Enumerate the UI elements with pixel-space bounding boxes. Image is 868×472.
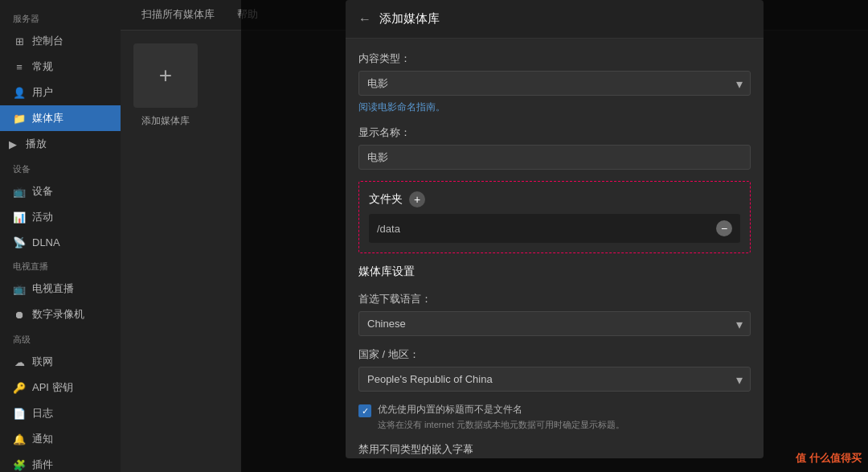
- sidebar-advanced-section: 高级: [0, 327, 121, 349]
- subtitle-group: 禁用不同类型的嵌入字幕 允许全部 禁止全部 仅强制 禁用媒体容器中封装的字幕。需…: [358, 442, 751, 458]
- folder-row: /data −: [369, 214, 740, 243]
- livetv-icon: 📺: [13, 282, 26, 295]
- country-group: 国家 / 地区： People's Republic of China Unit…: [358, 347, 751, 392]
- sidebar-item-users[interactable]: 👤 用户: [0, 80, 121, 105]
- notify-icon: 🔔: [13, 433, 26, 445]
- checkbox1-label: 优先使用内置的标题而不是文件名: [378, 403, 624, 417]
- movie-naming-link[interactable]: 阅读电影命名指南。: [358, 101, 751, 114]
- language-group: 首选下载语言： Chinese English Japanese: [358, 292, 751, 336]
- sidebar-label-livetv: 电视直播: [32, 281, 74, 296]
- sidebar-label-dlna: DLNA: [32, 236, 60, 248]
- settings-title: 媒体库设置: [358, 265, 751, 279]
- sidebar-label-play: 播放: [26, 137, 47, 151]
- folder-path: /data: [377, 223, 710, 235]
- watermark-text: 值 什么值得买: [796, 452, 862, 464]
- sidebar-label-plugin: 插件: [32, 458, 53, 472]
- network-icon: ≡: [13, 60, 26, 73]
- sidebar-label-device: 设备: [32, 184, 53, 199]
- sidebar: 服务器 ⊞ 控制台 ≡ 常规 👤 用户 📁 媒体库 ▶ 播放 设备 📺 设备 📊…: [0, 0, 121, 472]
- cloud-icon: ☁: [13, 355, 26, 368]
- subtitle-label: 禁用不同类型的嵌入字幕: [358, 442, 751, 457]
- display-name-input[interactable]: [358, 145, 751, 170]
- add-library-dialog: ← 添加媒体库 内容类型： 电影 音乐 照片 节目 阅: [346, 0, 764, 458]
- display-name-label: 显示名称：: [358, 125, 751, 140]
- sidebar-item-activity[interactable]: 📊 活动: [0, 204, 121, 230]
- folder-remove-button[interactable]: −: [716, 220, 732, 236]
- checkbox1-row: 优先使用内置的标题而不是文件名 这将在没有 internet 元数据或本地元数据…: [358, 403, 751, 431]
- sidebar-label-cloud: 联网: [32, 355, 53, 369]
- content-type-label: 内容类型：: [358, 51, 751, 66]
- sidebar-label-notify: 通知: [32, 432, 53, 446]
- sidebar-label-users: 用户: [32, 85, 53, 100]
- checkbox1-text: 优先使用内置的标题而不是文件名 这将在没有 internet 元数据或本地元数据…: [378, 403, 624, 431]
- settings-section: 媒体库设置: [358, 265, 751, 281]
- sidebar-item-notify[interactable]: 🔔 通知: [0, 426, 121, 452]
- dialog-overlay: ← 添加媒体库 内容类型： 电影 音乐 照片 节目 阅: [241, 0, 868, 472]
- folders-section: 文件夹 + /data −: [358, 181, 751, 253]
- sidebar-item-play[interactable]: ▶ 播放: [0, 131, 121, 157]
- folders-header: 文件夹 +: [369, 191, 740, 207]
- users-icon: 👤: [13, 86, 26, 99]
- sidebar-item-log[interactable]: 📄 日志: [0, 400, 121, 426]
- sidebar-label-network: 常规: [32, 60, 53, 74]
- folders-title: 文件夹: [369, 192, 403, 207]
- checkbox1-subtext: 这将在没有 internet 元数据或本地元数据可用时确定显示标题。: [378, 419, 624, 431]
- language-select-wrapper: Chinese English Japanese: [358, 311, 751, 336]
- sidebar-label-log: 日志: [32, 406, 53, 421]
- add-folder-button[interactable]: +: [409, 191, 425, 207]
- language-select[interactable]: Chinese English Japanese: [358, 311, 751, 336]
- display-name-group: 显示名称：: [358, 125, 751, 170]
- content-type-select-wrapper: 电影 音乐 照片 节目: [358, 71, 751, 96]
- dlna-icon: 📡: [13, 236, 26, 248]
- back-button[interactable]: ←: [358, 12, 371, 27]
- tab-scan-all[interactable]: 扫描所有媒体库: [130, 0, 226, 31]
- checkbox1[interactable]: [358, 404, 371, 417]
- content-type-select[interactable]: 电影 音乐 照片 节目: [358, 71, 751, 96]
- sidebar-item-livetv[interactable]: 📺 电视直播: [0, 276, 121, 302]
- sidebar-label-media: 媒体库: [32, 111, 63, 125]
- library-add-card[interactable]: + 添加媒体库: [133, 43, 198, 128]
- sidebar-device-section: 设备: [0, 157, 121, 179]
- device-icon: 📺: [13, 185, 26, 198]
- country-select-wrapper: People's Republic of China United States…: [358, 367, 751, 392]
- sidebar-label-dashboard: 控制台: [32, 34, 63, 48]
- add-icon: +: [159, 63, 172, 88]
- content-type-group: 内容类型： 电影 音乐 照片 节目 阅读电影命名指南。: [358, 51, 751, 114]
- country-select[interactable]: People's Republic of China United States…: [358, 367, 751, 392]
- sidebar-item-dashboard[interactable]: ⊞ 控制台: [0, 28, 121, 54]
- library-add-box: +: [133, 43, 198, 108]
- sidebar-item-media[interactable]: 📁 媒体库: [0, 105, 121, 131]
- watermark: 值 什么值得买: [796, 451, 862, 466]
- library-add-label: 添加媒体库: [141, 114, 190, 128]
- language-label: 首选下载语言：: [358, 292, 751, 306]
- log-icon: 📄: [13, 407, 26, 420]
- country-label: 国家 / 地区：: [358, 347, 751, 362]
- checkbox1-group: 优先使用内置的标题而不是文件名 这将在没有 internet 元数据或本地元数据…: [358, 403, 751, 431]
- activity-icon: 📊: [13, 211, 26, 224]
- sidebar-item-device[interactable]: 📺 设备: [0, 179, 121, 204]
- api-icon: 🔑: [13, 381, 26, 394]
- sidebar-label-api: API 密钥: [32, 380, 73, 395]
- dashboard-icon: ⊞: [13, 35, 26, 47]
- sidebar-item-dlna[interactable]: 📡 DLNA: [0, 230, 121, 254]
- media-icon: 📁: [13, 112, 26, 125]
- plugin-icon: 🧩: [13, 458, 26, 471]
- sidebar-tv-section: 电视直播: [0, 254, 121, 276]
- play-icon: ▶: [6, 137, 19, 150]
- main-content: 扫描所有媒体库 帮助 + 添加媒体库 ← 添加媒体库 内容类型：: [121, 0, 868, 472]
- sidebar-item-plugin[interactable]: 🧩 插件: [0, 452, 121, 472]
- sidebar-server-section: 服务器: [0, 6, 121, 28]
- sidebar-label-dvr: 数字录像机: [32, 307, 84, 322]
- sidebar-label-activity: 活动: [32, 210, 53, 224]
- sidebar-item-dvr[interactable]: ⏺ 数字录像机: [0, 302, 121, 327]
- sidebar-item-network[interactable]: ≡ 常规: [0, 54, 121, 80]
- sidebar-item-cloud[interactable]: ☁ 联网: [0, 349, 121, 375]
- dialog-title: 添加媒体库: [379, 11, 440, 27]
- dialog-header: ← 添加媒体库: [346, 0, 764, 39]
- sidebar-item-api[interactable]: 🔑 API 密钥: [0, 375, 121, 400]
- dialog-body: 内容类型： 电影 音乐 照片 节目 阅读电影命名指南。 显示名称：: [346, 39, 764, 458]
- dvr-icon: ⏺: [13, 308, 26, 321]
